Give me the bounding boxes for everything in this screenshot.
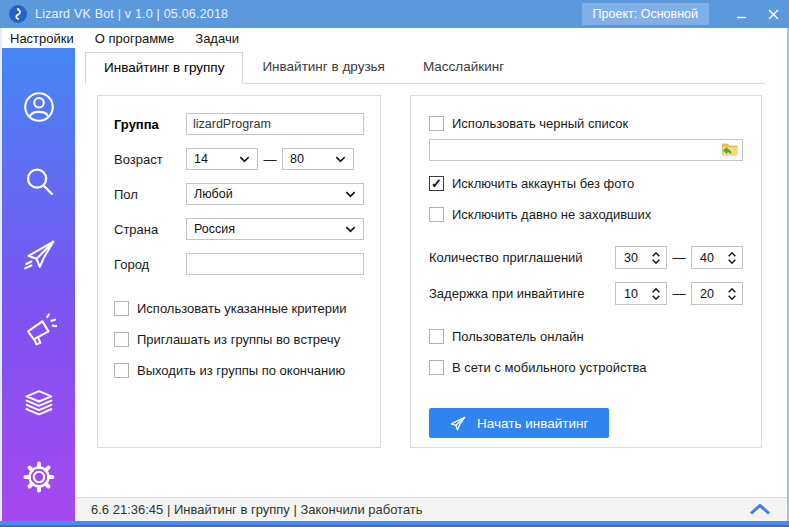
- exclude-inactive-checkbox[interactable]: ✓: [429, 207, 444, 222]
- start-inviting-button[interactable]: Начать инвайтинг: [429, 408, 609, 438]
- app-logo-lizard-icon: [9, 5, 27, 23]
- invites-from-spinner[interactable]: 30: [615, 246, 667, 269]
- menu-about[interactable]: О программе: [95, 31, 175, 46]
- browse-folder-icon[interactable]: [721, 142, 738, 157]
- invite-to-event-checkbox[interactable]: ✓: [114, 332, 129, 347]
- spinner-arrows-icon[interactable]: [727, 288, 737, 300]
- age-to-dropdown[interactable]: 80: [282, 148, 354, 170]
- sidebar-send-icon[interactable]: [2, 218, 75, 292]
- status-text: 6.6 21:36:45 | Инвайтинг в группу | Зако…: [91, 502, 423, 517]
- sidebar-search-icon[interactable]: [2, 144, 75, 218]
- age-range-dash: —: [258, 152, 282, 167]
- use-criteria-checkbox-row[interactable]: ✓ Использовать указанные критерии: [114, 301, 364, 316]
- use-criteria-checkbox[interactable]: ✓: [114, 301, 129, 316]
- mobile-online-checkbox[interactable]: ✓: [429, 360, 444, 375]
- status-bar: 6.6 21:36:45 | Инвайтинг в группу | Зако…: [75, 497, 787, 521]
- age-from-dropdown[interactable]: 14: [186, 148, 258, 170]
- invites-count-label: Количество приглашений: [429, 250, 615, 265]
- title-bar: Lizard VK Bot | v 1.0 | 05.06.2018 Проек…: [0, 0, 789, 28]
- tab-group-inviting[interactable]: Инвайтинг в группу: [85, 52, 243, 84]
- main-content: Инвайтинг в группу Инвайтинг в друзья Ма…: [75, 48, 787, 497]
- spinner-arrows-icon[interactable]: [651, 252, 661, 264]
- app-window: Lizard VK Bot | v 1.0 | 05.06.2018 Проек…: [0, 0, 789, 527]
- spinner-arrows-icon[interactable]: [651, 288, 661, 300]
- sidebar-account-icon[interactable]: [2, 70, 75, 144]
- project-badge[interactable]: Проект: Основной: [582, 3, 709, 25]
- spinner-arrows-icon[interactable]: [727, 252, 737, 264]
- age-label: Возраст: [114, 152, 186, 167]
- invites-to-spinner[interactable]: 40: [691, 246, 743, 269]
- blacklist-checkbox[interactable]: ✓: [429, 116, 444, 131]
- window-title: Lizard VK Bot | v 1.0 | 05.06.2018: [35, 7, 228, 21]
- group-input[interactable]: [186, 113, 364, 135]
- tab-friend-inviting[interactable]: Инвайтинг в друзья: [243, 51, 404, 83]
- target-settings-panel: Группа Возраст 14 — 80 Пол Любой: [97, 95, 381, 448]
- user-online-checkbox[interactable]: ✓: [429, 329, 444, 344]
- leave-group-checkbox-row[interactable]: ✓ Выходить из группы по окончанию: [114, 363, 364, 378]
- menu-bar: Настройки О программе Задачи: [0, 28, 789, 48]
- chevron-down-icon: [239, 156, 250, 163]
- window-border-bottom: [0, 521, 789, 527]
- sidebar-megaphone-icon[interactable]: [2, 292, 75, 366]
- delay-range-dash: —: [667, 286, 691, 301]
- menu-settings[interactable]: Настройки: [10, 31, 74, 46]
- exclude-inactive-checkbox-row[interactable]: ✓ Исключить давно не заходивших: [429, 207, 743, 222]
- exclude-no-photo-checkbox[interactable]: ✓: [429, 176, 444, 191]
- city-input[interactable]: [186, 253, 364, 275]
- invite-delay-label: Задержка при инвайтинге: [429, 286, 615, 301]
- invites-range-dash: —: [667, 250, 691, 265]
- invite-options-panel: ✓ Использовать черный список ✓ Исключить…: [410, 95, 762, 448]
- mobile-online-checkbox-row[interactable]: ✓ В сети с мобильного устройства: [429, 360, 743, 375]
- tab-massliking[interactable]: Масслайкинг: [404, 51, 523, 83]
- invite-to-event-checkbox-row[interactable]: ✓ Приглашать из группы во встречу: [114, 332, 364, 347]
- delay-to-spinner[interactable]: 20: [691, 282, 743, 305]
- send-icon: [450, 416, 466, 431]
- country-dropdown[interactable]: Россия: [186, 218, 364, 240]
- chevron-down-icon: [345, 226, 356, 233]
- chevron-down-icon: [345, 191, 356, 198]
- chevron-up-icon[interactable]: [749, 504, 771, 515]
- minimize-button[interactable]: [725, 0, 757, 28]
- exclude-no-photo-checkbox-row[interactable]: ✓ Исключить аккаунты без фото: [429, 176, 743, 191]
- user-online-checkbox-row[interactable]: ✓ Пользователь онлайн: [429, 329, 743, 344]
- country-label: Страна: [114, 222, 186, 237]
- blacklist-path-input[interactable]: [429, 139, 743, 161]
- city-label: Город: [114, 257, 186, 272]
- gender-label: Пол: [114, 187, 186, 202]
- delay-from-spinner[interactable]: 10: [615, 282, 667, 305]
- sidebar-settings-icon[interactable]: [2, 440, 75, 514]
- close-button[interactable]: [757, 0, 789, 28]
- tab-strip: Инвайтинг в группу Инвайтинг в друзья Ма…: [85, 53, 765, 84]
- check-icon: ✓: [431, 176, 442, 191]
- sidebar-nav: [2, 48, 75, 521]
- menu-tasks[interactable]: Задачи: [195, 31, 239, 46]
- sidebar-layers-icon[interactable]: [2, 366, 75, 440]
- group-label: Группа: [114, 117, 186, 132]
- leave-group-checkbox[interactable]: ✓: [114, 363, 129, 378]
- blacklist-checkbox-row[interactable]: ✓ Использовать черный список: [429, 116, 743, 131]
- gender-dropdown[interactable]: Любой: [186, 183, 364, 205]
- chevron-down-icon: [335, 156, 346, 163]
